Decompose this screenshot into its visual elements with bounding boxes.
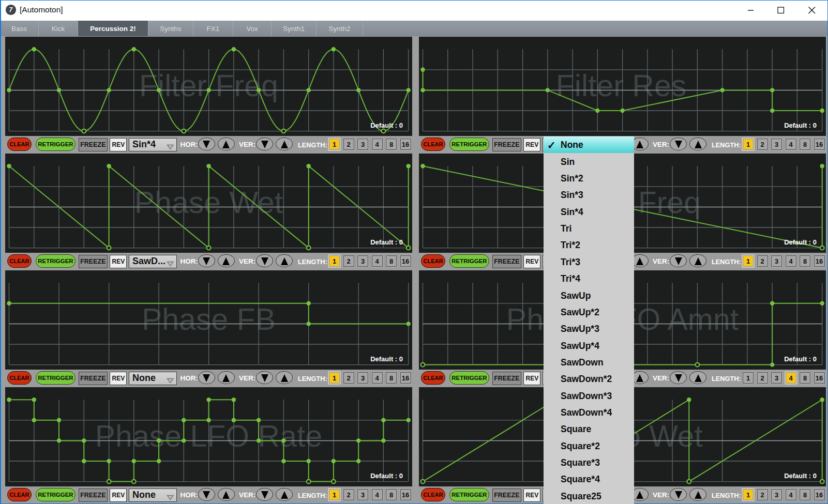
svg-text:Default : 0: Default : 0	[370, 121, 403, 129]
svg-text:Default : 0: Default : 0	[784, 355, 817, 363]
svg-text:Default : 0: Default : 0	[370, 355, 403, 363]
svg-text:Default : 0: Default : 0	[784, 472, 817, 480]
svg-text:Filter Res: Filter Res	[556, 69, 686, 103]
svg-text:Default : 0: Default : 0	[370, 472, 403, 480]
svg-text:Default : 0: Default : 0	[784, 121, 817, 129]
svg-text:Default : 0: Default : 0	[370, 238, 403, 246]
svg-text:Default : 0: Default : 0	[784, 238, 817, 246]
